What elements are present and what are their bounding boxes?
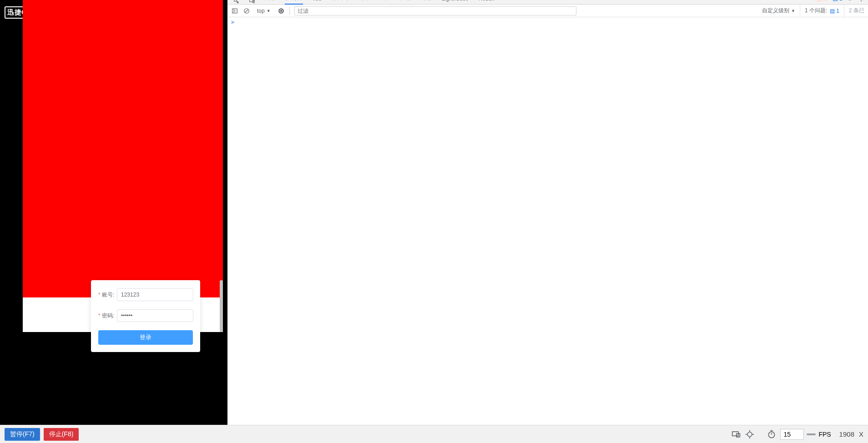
chevron-down-icon: ▼	[267, 9, 271, 13]
svg-rect-3	[232, 9, 237, 13]
devtools-tabstrip: 元素 控制台 Vue 源代码 网络 应用 性能 内存 Lighthouse Re…	[227, 0, 868, 5]
tab-application[interactable]: 应用	[378, 0, 391, 5]
issues-label: 1 个问题:	[805, 7, 827, 15]
required-mark: *	[98, 292, 101, 298]
fps-label: FPS	[818, 431, 831, 438]
devtools-panel: 元素 控制台 Vue 源代码 网络 应用 性能 内存 Lighthouse Re…	[227, 0, 868, 425]
svg-point-8	[280, 10, 282, 12]
error-icon: ⊗	[817, 0, 821, 1]
issues-icon: ▤	[830, 8, 835, 14]
scrollbar-thumb[interactable]	[220, 280, 223, 332]
password-input[interactable]	[117, 309, 193, 322]
svg-rect-0	[234, 0, 237, 1]
tab-vue[interactable]: Vue	[311, 0, 323, 5]
message-count-badge[interactable]: ▤ 1	[833, 0, 843, 2]
live-expression-icon[interactable]	[278, 7, 285, 15]
toolbar-separator	[289, 7, 290, 15]
hidden-messages-label: 2 条已	[849, 7, 864, 15]
error-count-badge[interactable]: ⊗ 2	[814, 0, 828, 2]
tab-elements[interactable]: 元素	[264, 0, 277, 5]
hidden-messages-indicator[interactable]: 2 条已	[844, 5, 864, 17]
display-mode-icon[interactable]	[731, 429, 741, 439]
log-level-label: 自定义级别	[762, 7, 789, 15]
clear-console-icon[interactable]	[243, 7, 250, 15]
dimension-width: 1908	[839, 430, 854, 438]
recorder-statusbar: 暂停(F7) 停止(F8) FPS 1908 X	[0, 425, 868, 443]
locate-icon[interactable]	[745, 429, 755, 439]
context-label: top	[257, 8, 265, 14]
tab-redux[interactable]: Redux	[478, 0, 495, 5]
pause-button[interactable]: 暂停(F7)	[5, 428, 40, 441]
issues-indicator[interactable]: 1 个问题: ▤ 1	[800, 5, 839, 17]
sidebar-toggle-icon[interactable]	[231, 7, 238, 15]
settings-icon[interactable]: ⚙	[847, 0, 853, 2]
login-card: * 账号: * 密码: 登录	[91, 280, 200, 352]
fps-control: FPS	[780, 429, 831, 440]
page-viewport: * 账号: * 密码: 登录	[23, 0, 223, 332]
svg-line-7	[245, 9, 248, 12]
message-icon: ▤	[833, 0, 838, 2]
context-selector[interactable]: top ▼	[255, 7, 273, 15]
password-row: * 密码:	[98, 309, 193, 322]
hero-background	[23, 0, 223, 297]
log-level-selector[interactable]: 自定义级别 ▼	[762, 7, 795, 15]
device-toolbar-icon[interactable]	[248, 0, 256, 5]
password-label: 密码:	[102, 312, 114, 320]
dimension-x: X	[859, 430, 863, 438]
fps-input[interactable]	[780, 429, 804, 440]
svg-marker-5	[235, 10, 236, 11]
error-count-value: 2	[823, 0, 825, 1]
timer-icon[interactable]	[767, 429, 777, 439]
inspect-element-icon[interactable]	[233, 0, 240, 5]
tab-lighthouse[interactable]: Lighthouse	[441, 0, 469, 5]
tab-memory[interactable]: 内存	[420, 0, 433, 5]
message-count-value: 1	[839, 0, 843, 2]
stop-button[interactable]: 停止(F8)	[44, 428, 79, 441]
tab-console[interactable]: 控制台	[285, 0, 303, 5]
issues-count: 1	[836, 8, 839, 14]
chevron-down-icon: ▼	[791, 9, 795, 13]
svg-point-16	[769, 432, 775, 438]
login-button[interactable]: 登录	[98, 330, 193, 345]
filter-input[interactable]	[294, 6, 576, 15]
console-body[interactable]: >	[227, 17, 868, 425]
fps-slider[interactable]	[807, 433, 816, 435]
required-mark: *	[98, 312, 101, 319]
svg-point-11	[747, 432, 752, 437]
console-toolbar: top ▼ 自定义级别 ▼ 1 个问题: ▤ 1 2 条已	[227, 5, 868, 17]
tab-network[interactable]: 网络	[357, 0, 370, 5]
account-input[interactable]	[117, 288, 193, 301]
tab-sources[interactable]: 源代码	[331, 0, 349, 5]
more-menu-icon[interactable]: ⋮	[858, 0, 865, 3]
account-label: 账号:	[102, 291, 114, 299]
console-prompt: >	[231, 19, 234, 25]
account-row: * 账号:	[98, 288, 193, 301]
tab-performance[interactable]: 性能	[399, 0, 412, 5]
